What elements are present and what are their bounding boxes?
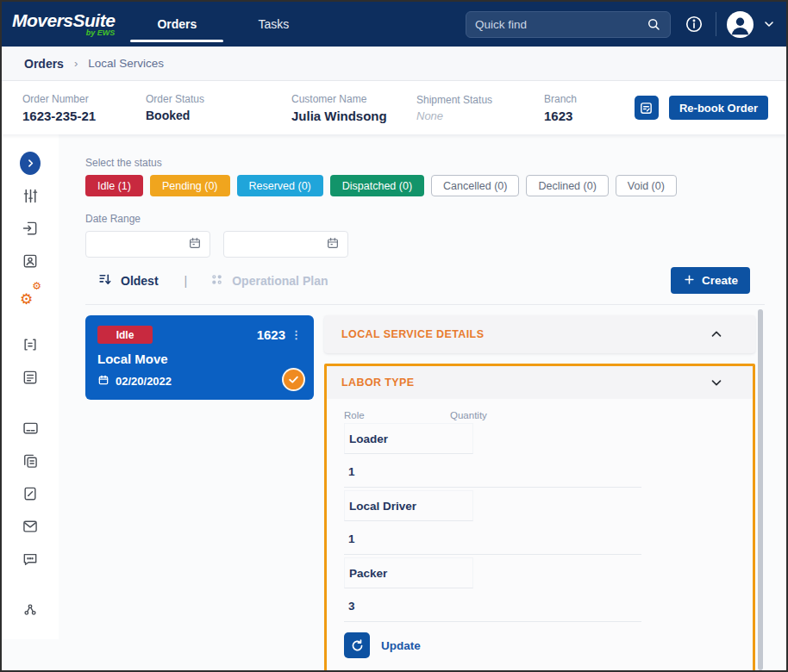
service-card[interactable]: Idle 1623 ⋮ Local Move 02/20/2022 (85, 315, 314, 400)
quick-find-search[interactable] (466, 11, 671, 38)
quantity-input-2[interactable]: 1 (344, 524, 641, 555)
quantity-input-3[interactable]: 3 (344, 591, 641, 622)
sidebar-item-notes-icon[interactable] (20, 335, 41, 354)
calendar-icon[interactable] (188, 236, 202, 253)
sidebar-item-clipboard-edit-icon[interactable] (20, 484, 41, 503)
status-chip-reserved[interactable]: Reserved (0) (237, 175, 323, 196)
create-button[interactable]: Create (671, 267, 750, 294)
operational-plan-button[interactable]: Operational Plan (210, 272, 328, 289)
status-chip-idle[interactable]: Idle (1) (85, 175, 143, 196)
status-chip-dispatched[interactable]: Dispatched (0) (330, 175, 424, 196)
sort-oldest-button[interactable]: Oldest (97, 271, 159, 290)
status-chip-pending[interactable]: Pending (0) (150, 175, 230, 196)
sidebar-item-copy-icon[interactable] (20, 451, 41, 470)
status-chip-declined[interactable]: Declined (0) (526, 175, 608, 196)
quantity-input-1[interactable]: 1 (344, 457, 641, 488)
breadcrumb-separator-icon: › (74, 57, 78, 70)
toolbar-separator: | (184, 274, 188, 288)
card-selected-check-icon[interactable] (282, 368, 305, 391)
status-chip-void[interactable]: Void (0) (616, 175, 677, 196)
top-navbar: MoversSuite by EWS Orders Tasks (2, 2, 786, 47)
user-avatar[interactable] (727, 11, 754, 38)
update-button-label[interactable]: Update (381, 639, 421, 652)
date-to-input[interactable] (223, 231, 348, 258)
local-service-details-title: LOCAL SERVICE DETAILS (341, 328, 484, 340)
local-service-details-header[interactable]: LOCAL SERVICE DETAILS (324, 315, 755, 353)
service-card-top: Idle 1623 ⋮ (97, 326, 302, 344)
update-refresh-button[interactable] (344, 632, 370, 658)
card-status-badge: Idle (97, 326, 153, 344)
sidebar-item-chat-icon[interactable] (20, 550, 41, 569)
card-date-value: 02/20/2022 (116, 375, 172, 388)
sidebar-item-exit-box-icon[interactable] (20, 219, 41, 238)
left-sidebar: ⚙⚙ (2, 134, 59, 639)
create-button-label: Create (702, 274, 738, 287)
sidebar-item-mail-icon[interactable] (20, 517, 41, 536)
sidebar-item-card-lines-icon[interactable] (20, 419, 41, 438)
info-icon[interactable] (685, 15, 704, 34)
labor-type-body: Role Quantity Loader 1 Local Driver 1 Pa… (327, 399, 753, 658)
status-chip-cancelled[interactable]: Cancelled (0) (431, 175, 519, 196)
main-tabs: Orders Tasks (128, 2, 322, 47)
order-status-value: Booked (146, 109, 291, 122)
role-input-1[interactable]: Loader (344, 423, 473, 454)
calendar-icon (97, 374, 109, 389)
labor-column-headers: Role Quantity (344, 410, 753, 420)
tab-tasks-label: Tasks (258, 17, 289, 31)
order-status-label: Order Status (146, 93, 291, 105)
sidebar-item-local-services-gears-icon[interactable]: ⚙⚙ (20, 284, 41, 303)
search-input[interactable] (475, 18, 646, 31)
chevron-right-icon (20, 152, 41, 175)
card-date-row: 02/20/2022 (97, 374, 302, 389)
labor-type-title: LABOR TYPE (341, 376, 415, 389)
role-input-2[interactable]: Local Driver (344, 490, 473, 521)
sidebar-item-dispatch-tune-icon[interactable] (20, 186, 41, 205)
rebook-order-button[interactable]: Re-book Order (669, 96, 768, 120)
calendar-icon[interactable] (326, 236, 340, 253)
role-column-header: Role (344, 410, 450, 420)
order-notes-button[interactable] (635, 96, 659, 120)
branch-label: Branch (544, 93, 577, 105)
date-range-inputs (85, 231, 765, 258)
plus-icon (683, 273, 696, 289)
customer-name-field: Customer Name Julia Windsong (291, 93, 416, 123)
role-input-3[interactable]: Packer (344, 557, 473, 588)
status-chip-row: Idle (1) Pending (0) Reserved (0) Dispat… (85, 175, 765, 196)
branch-field: Branch 1623 (544, 93, 577, 123)
quantity-column-header: Quantity (450, 410, 487, 420)
detail-panels: LOCAL SERVICE DETAILS LABOR TYPE (324, 315, 755, 672)
card-kebab-menu-icon[interactable]: ⋮ (291, 331, 302, 339)
sidebar-item-hub-icon[interactable] (20, 600, 41, 619)
search-icon[interactable] (646, 16, 661, 32)
date-from-input[interactable] (85, 231, 210, 258)
card-title: Local Move (97, 352, 302, 366)
sidebar-item-account-box-icon[interactable] (20, 252, 41, 271)
vertical-scrollbar[interactable] (758, 309, 763, 670)
sidebar-item-article-icon[interactable] (20, 368, 41, 387)
toolbar-row: Oldest | Operational Plan Create (85, 267, 765, 294)
app-window: MoversSuite by EWS Orders Tasks (0, 0, 788, 672)
customer-name-value: Julia Windsong (291, 109, 416, 123)
sidebar-expand-button[interactable] (20, 153, 41, 172)
topbar-divider (716, 12, 716, 36)
sort-oldest-label: Oldest (121, 274, 159, 288)
chevron-down-icon[interactable] (709, 375, 724, 390)
order-header-bar: Order Number 1623-235-21 Order Status Bo… (2, 81, 786, 134)
brand-name: MoversSuite (12, 11, 115, 30)
gears-icon: ⚙⚙ (21, 284, 40, 303)
labor-type-header[interactable]: LABOR TYPE (327, 366, 753, 399)
order-status-field: Order Status Booked (146, 93, 291, 122)
chevron-up-icon[interactable] (709, 327, 724, 342)
results-row: Idle 1623 ⋮ Local Move 02/20/2022 (85, 315, 765, 672)
tab-orders[interactable]: Orders (128, 2, 225, 47)
breadcrumb: Orders › Local Services (2, 47, 786, 81)
account-menu-chevron-icon[interactable] (762, 17, 776, 31)
labor-type-panel: LABOR TYPE Role Quantity Loader 1 (324, 364, 755, 672)
shipment-status-field: Shipment Status None (416, 94, 544, 122)
order-number-field: Order Number 1623-235-21 (22, 93, 146, 123)
breadcrumb-orders[interactable]: Orders (24, 57, 64, 71)
tab-tasks[interactable]: Tasks (225, 2, 322, 47)
service-card-column: Idle 1623 ⋮ Local Move 02/20/2022 (85, 315, 314, 672)
app-logo[interactable]: MoversSuite by EWS (12, 11, 115, 37)
branch-value: 1623 (544, 109, 577, 123)
